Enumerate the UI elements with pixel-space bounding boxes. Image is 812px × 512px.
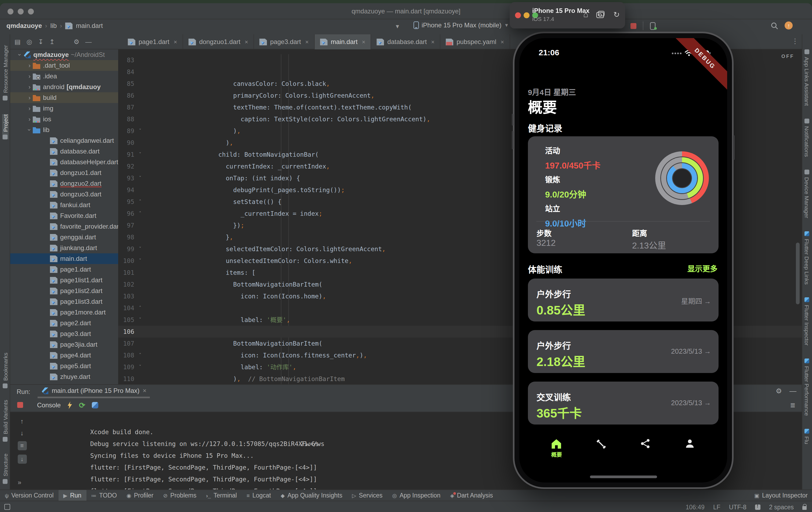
nav-exercises[interactable] xyxy=(585,439,617,450)
minimize-window-button[interactable] xyxy=(524,12,529,18)
line-ending[interactable]: LF xyxy=(713,504,720,510)
tree-row[interactable]: page5.dart xyxy=(10,361,118,371)
tree-chevron-icon[interactable] xyxy=(26,62,33,69)
activity-card[interactable]: 活动 197.0/450千卡 锻炼 9.0/20分钟 站立 9.0/10小时 xyxy=(528,136,719,253)
tool-stripe-item[interactable]: Notifications xyxy=(804,119,810,157)
device-selector[interactable]: iPhone 15 Pro Max (mobile) ▼ xyxy=(413,22,509,29)
breadcrumb-project[interactable]: qmdazuoye xyxy=(6,22,42,30)
indent-setting[interactable]: 2 spaces xyxy=(769,504,794,510)
tree-row[interactable]: page2.dart xyxy=(10,318,118,328)
tool-stripe-item[interactable]: Flutter Performance xyxy=(804,359,810,416)
tree-row[interactable]: page3.dart xyxy=(10,328,118,339)
workout-card[interactable]: 户外步行 2.18公里 2023/5/13 → xyxy=(528,330,719,373)
fold-icon[interactable]: ˆ xyxy=(137,208,144,219)
tree-row[interactable]: .idea xyxy=(10,71,118,82)
breadcrumb-file[interactable]: main.dart xyxy=(76,22,103,30)
rotate-device-icon[interactable]: ↻ xyxy=(614,10,620,19)
tree-row[interactable]: page1.dart xyxy=(10,264,118,275)
tree-row[interactable]: fankui.dart xyxy=(10,200,118,210)
scroll-down-icon[interactable]: ↓ xyxy=(21,429,24,437)
tree-row[interactable]: page1list1.dart xyxy=(10,275,118,285)
close-icon[interactable]: × xyxy=(143,387,147,394)
nav-share[interactable] xyxy=(630,439,662,449)
close-icon[interactable]: × xyxy=(244,39,248,45)
tree-row[interactable]: database.dart xyxy=(10,146,118,157)
fold-icon[interactable] xyxy=(137,66,144,78)
fold-icon[interactable] xyxy=(137,267,144,278)
fold-icon[interactable] xyxy=(137,137,144,149)
tree-row[interactable]: favorite_provider.dart xyxy=(10,221,118,232)
run-tab[interactable]: main.dart (iPhone 15 Pro Max) × xyxy=(38,385,150,398)
tree-chevron-icon[interactable] xyxy=(26,105,33,112)
close-icon[interactable]: × xyxy=(431,39,434,45)
tool-stripe-item[interactable]: Resource Manager xyxy=(2,45,8,101)
fold-icon[interactable] xyxy=(137,219,144,231)
tree-row[interactable]: qmdazuoye ~/AndroidSt xyxy=(10,49,118,60)
tree-row[interactable]: page1more.dart xyxy=(10,307,118,318)
tool-window-button[interactable]: Services xyxy=(347,490,387,501)
tree-row[interactable]: page3jia.dart xyxy=(10,339,118,350)
tool-stripe-item[interactable]: Device Manager xyxy=(804,170,810,218)
tool-window-button[interactable]: Version Control xyxy=(0,490,59,501)
editor-tab[interactable]: main.dart × xyxy=(315,34,371,49)
fold-icon[interactable]: ˆ xyxy=(137,350,144,361)
fold-icon[interactable] xyxy=(137,373,144,384)
nav-overview[interactable]: 概要 xyxy=(541,439,573,458)
nav-profile[interactable] xyxy=(674,439,706,449)
console-tab[interactable]: Console xyxy=(37,401,61,409)
device-manager-icon[interactable] xyxy=(650,22,657,30)
stop-button[interactable] xyxy=(631,23,636,29)
tool-stripe-item[interactable]: Flutter Inspector xyxy=(804,297,810,345)
tree-chevron-icon[interactable] xyxy=(26,116,33,122)
search-icon[interactable] xyxy=(771,22,778,29)
fold-icon[interactable]: ˇ xyxy=(137,149,144,160)
home-indicator[interactable] xyxy=(590,476,657,478)
gear-icon[interactable]: ⚙ xyxy=(776,387,782,395)
scroll-up-icon[interactable]: ↥ xyxy=(50,38,55,46)
hot-reload-icon[interactable] xyxy=(67,401,72,409)
close-icon[interactable]: × xyxy=(174,39,177,45)
tool-window-button[interactable]: Run xyxy=(59,490,86,501)
tree-row[interactable]: dongzuo3.dart xyxy=(10,189,118,200)
tree-chevron-icon[interactable] xyxy=(26,94,33,101)
fold-icon[interactable] xyxy=(137,101,144,113)
fold-icon[interactable]: ˆ xyxy=(137,196,144,208)
breadcrumb[interactable]: qmdazuoye › lib › main.dart xyxy=(6,22,103,30)
editor-tab[interactable]: page3.dart × xyxy=(254,34,315,49)
editor-tab[interactable]: dongzuo1.dart × xyxy=(183,34,254,49)
tool-window-button[interactable]: Dart Analysis xyxy=(445,490,498,501)
console-layout-icon[interactable]: ≣ xyxy=(790,401,795,409)
tree-row[interactable]: page1list3.dart xyxy=(10,296,118,307)
scroll-to-end-icon[interactable]: ↓ xyxy=(18,455,27,464)
tree-chevron-icon[interactable] xyxy=(17,52,23,58)
tool-window-button[interactable]: Logcat xyxy=(242,490,276,501)
dart-devtools-icon[interactable] xyxy=(92,402,98,408)
editor-tab[interactable]: pubspec.yaml × xyxy=(440,34,510,49)
file-encoding[interactable]: UTF-8 xyxy=(729,504,747,510)
close-icon[interactable]: × xyxy=(500,39,504,45)
caret-position[interactable]: 106:49 xyxy=(686,504,704,510)
lock-icon[interactable] xyxy=(802,506,807,510)
tree-row[interactable]: ios xyxy=(10,114,118,124)
tree-chevron-icon[interactable] xyxy=(26,127,33,133)
tree-row[interactable]: databaseHelper.dart xyxy=(10,157,118,168)
tool-window-button[interactable]: App Inspection xyxy=(387,490,445,501)
tree-row[interactable]: dongzuo1.dart xyxy=(10,168,118,178)
close-window-button[interactable] xyxy=(515,12,521,18)
fold-icon[interactable]: ˇ xyxy=(137,361,144,373)
close-icon[interactable]: × xyxy=(305,39,309,45)
fold-icon[interactable] xyxy=(137,78,144,90)
layout-inspector-button[interactable]: Layout Inspector xyxy=(754,492,808,499)
close-icon[interactable]: × xyxy=(362,39,366,45)
tool-stripe-item[interactable]: Flu xyxy=(804,428,810,444)
scroll-down-icon[interactable]: ↧ xyxy=(38,38,44,46)
fold-icon[interactable] xyxy=(137,278,144,290)
tool-stripe-item[interactable]: Project xyxy=(2,115,8,140)
stop-button[interactable] xyxy=(17,402,23,408)
editor-tab[interactable]: page1.dart × xyxy=(122,34,183,49)
fold-icon[interactable] xyxy=(137,184,144,196)
tree-row[interactable]: page4.dart xyxy=(10,350,118,361)
panel-view-icon[interactable]: ▤ xyxy=(14,38,21,46)
tool-stripe-item[interactable]: App Links Assistant xyxy=(804,49,810,106)
hot-restart-icon[interactable]: ⟳ xyxy=(79,401,85,409)
